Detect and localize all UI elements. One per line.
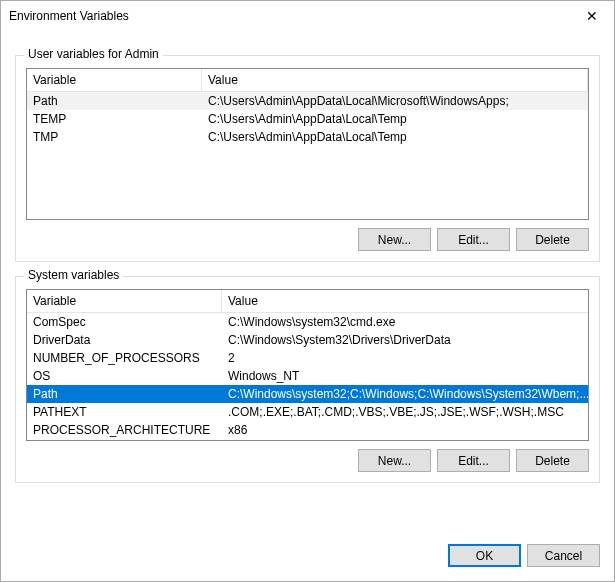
- table-row[interactable]: Path C:\Windows\system32;C:\Windows;C:\W…: [27, 385, 589, 403]
- system-button-row: New... Edit... Delete: [26, 449, 589, 472]
- dialog-footer: OK Cancel: [1, 534, 614, 581]
- system-group-label: System variables: [24, 268, 123, 282]
- cell-value: 2: [222, 350, 589, 366]
- cell-value: C:\Users\Admin\AppData\Local\Temp: [202, 111, 588, 127]
- cell-value: C:\Users\Admin\AppData\Local\Microsoft\W…: [202, 93, 588, 109]
- cell-variable: NUMBER_OF_PROCESSORS: [27, 350, 222, 366]
- table-row[interactable]: PATHEXT .COM;.EXE;.BAT;.CMD;.VBS;.VBE;.J…: [27, 403, 589, 421]
- cell-value: Windows_NT: [222, 368, 589, 384]
- user-variables-group: User variables for Admin Variable Value …: [15, 55, 600, 262]
- dialog-body: User variables for Admin Variable Value …: [1, 31, 614, 534]
- ok-button[interactable]: OK: [448, 544, 521, 567]
- cell-variable: PROCESSOR_ARCHITECTURE: [27, 422, 222, 438]
- user-table-header: Variable Value: [27, 69, 588, 92]
- system-table-body: ComSpec C:\Windows\system32\cmd.exe Driv…: [27, 313, 589, 440]
- cell-variable: Path: [27, 93, 202, 109]
- user-header-value[interactable]: Value: [202, 69, 588, 91]
- table-row[interactable]: TEMP C:\Users\Admin\AppData\Local\Temp: [27, 110, 588, 128]
- cell-variable: Path: [27, 386, 222, 402]
- user-variables-table[interactable]: Variable Value Path C:\Users\Admin\AppDa…: [26, 68, 589, 220]
- cell-variable: PATHEXT: [27, 404, 222, 420]
- system-delete-button[interactable]: Delete: [516, 449, 589, 472]
- system-variables-group: System variables Variable Value ComSpec …: [15, 276, 600, 483]
- cell-variable: DriverData: [27, 332, 222, 348]
- user-group-label: User variables for Admin: [24, 47, 163, 61]
- user-header-variable[interactable]: Variable: [27, 69, 202, 91]
- cell-value: C:\Users\Admin\AppData\Local\Temp: [202, 129, 588, 145]
- system-new-button[interactable]: New...: [358, 449, 431, 472]
- cell-value: x86: [222, 422, 589, 438]
- cancel-button[interactable]: Cancel: [527, 544, 600, 567]
- close-button[interactable]: ✕: [569, 1, 614, 31]
- user-edit-button[interactable]: Edit...: [437, 228, 510, 251]
- table-row[interactable]: OS Windows_NT: [27, 367, 589, 385]
- cell-variable: TMP: [27, 129, 202, 145]
- cell-variable: ComSpec: [27, 314, 222, 330]
- cell-value: C:\Windows\system32\cmd.exe: [222, 314, 589, 330]
- system-header-variable[interactable]: Variable: [27, 290, 222, 312]
- cell-variable: TEMP: [27, 111, 202, 127]
- table-row[interactable]: PROCESSOR_ARCHITECTURE x86: [27, 421, 589, 439]
- user-delete-button[interactable]: Delete: [516, 228, 589, 251]
- table-row[interactable]: DriverData C:\Windows\System32\Drivers\D…: [27, 331, 589, 349]
- cell-value: .COM;.EXE;.BAT;.CMD;.VBS;.VBE;.JS;.JSE;.…: [222, 404, 589, 420]
- system-table-header: Variable Value: [27, 290, 589, 313]
- table-row[interactable]: TMP C:\Users\Admin\AppData\Local\Temp: [27, 128, 588, 146]
- system-variables-table[interactable]: Variable Value ComSpec C:\Windows\system…: [26, 289, 589, 441]
- system-edit-button[interactable]: Edit...: [437, 449, 510, 472]
- environment-variables-dialog: Environment Variables ✕ User variables f…: [0, 0, 615, 582]
- user-new-button[interactable]: New...: [358, 228, 431, 251]
- user-button-row: New... Edit... Delete: [26, 228, 589, 251]
- cell-variable: OS: [27, 368, 222, 384]
- table-row[interactable]: NUMBER_OF_PROCESSORS 2: [27, 349, 589, 367]
- system-header-value[interactable]: Value: [222, 290, 589, 312]
- table-row[interactable]: ComSpec C:\Windows\system32\cmd.exe: [27, 313, 589, 331]
- cell-value: C:\Windows\system32;C:\Windows;C:\Window…: [222, 386, 589, 402]
- close-icon: ✕: [586, 8, 598, 24]
- table-row[interactable]: Path C:\Users\Admin\AppData\Local\Micros…: [27, 92, 588, 110]
- window-title: Environment Variables: [9, 9, 129, 23]
- titlebar: Environment Variables ✕: [1, 1, 614, 31]
- user-table-body: Path C:\Users\Admin\AppData\Local\Micros…: [27, 92, 588, 219]
- cell-value: C:\Windows\System32\Drivers\DriverData: [222, 332, 589, 348]
